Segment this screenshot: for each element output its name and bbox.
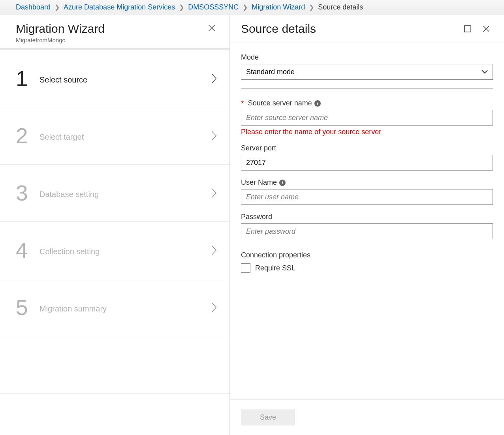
- details-title: Source details: [241, 22, 316, 36]
- chevron-right-icon: ❯: [179, 4, 184, 11]
- wizard-pane: Migration Wizard MigratefromMongo 1 Sele…: [0, 15, 230, 435]
- info-icon[interactable]: i: [279, 180, 286, 186]
- close-wizard-button[interactable]: [206, 22, 218, 34]
- close-icon: [207, 24, 216, 32]
- require-ssl-row[interactable]: Require SSL: [241, 263, 493, 273]
- require-ssl-label: Require SSL: [255, 264, 295, 272]
- wizard-step-select-source[interactable]: 1 Select source: [0, 50, 229, 107]
- wizard-steps: 1 Select source 2 Select target 3 Databa…: [0, 49, 229, 435]
- user-name-input[interactable]: [241, 189, 493, 205]
- wizard-title: Migration Wizard: [16, 22, 105, 35]
- save-button[interactable]: Save: [241, 409, 295, 426]
- breadcrumb: Dashboard ❯ Azure Database Migration Ser…: [0, 0, 504, 15]
- require-ssl-checkbox[interactable]: [241, 263, 250, 273]
- chevron-right-icon: ❯: [55, 4, 60, 11]
- svg-rect-0: [465, 26, 471, 32]
- breadcrumb-link-dmsosssync[interactable]: DMSOSSSYNC: [188, 3, 239, 11]
- required-marker: *: [241, 99, 244, 107]
- password-label: Password: [241, 213, 493, 221]
- server-port-label: Server port: [241, 144, 493, 152]
- source-server-input[interactable]: [241, 110, 493, 126]
- chevron-right-icon: [211, 73, 218, 84]
- close-details-button[interactable]: [480, 23, 492, 35]
- maximize-icon: [464, 25, 472, 33]
- connection-properties-title: Connection properties: [241, 251, 493, 259]
- chevron-right-icon: ❯: [309, 4, 314, 11]
- step-label: Collection setting: [39, 245, 211, 255]
- mode-select[interactable]: Standard mode: [241, 64, 493, 80]
- breadcrumb-link-migration-wizard[interactable]: Migration Wizard: [252, 3, 305, 11]
- breadcrumb-link-dashboard[interactable]: Dashboard: [16, 3, 51, 11]
- breadcrumb-current: Source details: [318, 3, 363, 11]
- breadcrumb-link-azure-dms[interactable]: Azure Database Migration Services: [64, 3, 175, 11]
- info-icon[interactable]: i: [314, 100, 321, 107]
- chevron-right-icon: [211, 187, 218, 199]
- step-number: 2: [16, 125, 39, 147]
- mode-label: Mode: [241, 53, 493, 62]
- chevron-right-icon: [211, 302, 218, 313]
- step-number: 4: [16, 240, 39, 261]
- step-label: Select target: [39, 131, 211, 141]
- step-number: 5: [16, 297, 39, 319]
- user-name-label: User Name: [241, 178, 277, 187]
- wizard-step-database-setting[interactable]: 3 Database setting: [0, 165, 229, 222]
- step-label: Select source: [39, 73, 211, 84]
- maximize-button[interactable]: [462, 23, 473, 34]
- chevron-right-icon: [211, 130, 218, 142]
- divider: [241, 88, 493, 89]
- chevron-right-icon: [211, 244, 218, 256]
- password-input[interactable]: [241, 223, 493, 239]
- source-server-error: Please enter the name of your source ser…: [241, 128, 493, 136]
- step-label: Migration summary: [39, 302, 211, 313]
- wizard-step-select-target[interactable]: 2 Select target: [0, 107, 229, 165]
- step-label: Database setting: [39, 188, 211, 198]
- close-icon: [482, 24, 491, 33]
- step-number: 1: [16, 68, 39, 90]
- chevron-right-icon: ❯: [243, 4, 248, 11]
- wizard-step-collection-setting[interactable]: 4 Collection setting: [0, 222, 229, 279]
- source-server-label: Source server name: [248, 99, 312, 107]
- wizard-step-migration-summary[interactable]: 5 Migration summary: [0, 279, 229, 336]
- wizard-step-empty: [0, 336, 229, 394]
- step-number: 3: [16, 182, 39, 204]
- details-pane: Source details Mode Standard mode: [230, 15, 504, 435]
- wizard-subtitle: MigratefromMongo: [16, 37, 105, 43]
- server-port-input[interactable]: [241, 155, 493, 171]
